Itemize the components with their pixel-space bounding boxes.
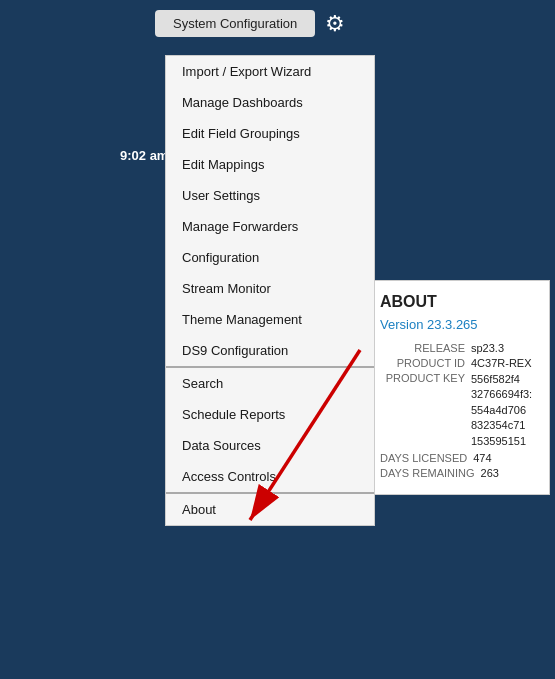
top-bar: System Configuration ⚙ <box>155 10 345 37</box>
menu-section-2: Search Schedule Reports Data Sources Acc… <box>166 368 374 494</box>
about-version: Version 23.3.265 <box>380 317 535 332</box>
about-value-product-id: 4C37R-REX <box>471 357 532 369</box>
menu-item-manage-dashboards[interactable]: Manage Dashboards <box>166 87 374 118</box>
about-value-product-key: 556f582f432766694f3:554a4d706832354c7115… <box>471 372 532 449</box>
about-value-days-licensed: 474 <box>473 452 491 464</box>
about-title: ABOUT <box>380 293 535 311</box>
menu-item-data-sources[interactable]: Data Sources <box>166 430 374 461</box>
menu-item-about[interactable]: About <box>166 494 374 525</box>
menu-item-schedule-reports[interactable]: Schedule Reports <box>166 399 374 430</box>
about-label-days-licensed: DAYS LICENSED <box>380 452 467 464</box>
about-row-product-id: PRODUCT ID 4C37R-REX <box>380 357 535 369</box>
about-value-days-remaining: 263 <box>481 467 499 479</box>
menu-item-manage-forwarders[interactable]: Manage Forwarders <box>166 211 374 242</box>
menu-item-import-export[interactable]: Import / Export Wizard <box>166 56 374 87</box>
about-value-release: sp23.3 <box>471 342 504 354</box>
menu-item-edit-field-groupings[interactable]: Edit Field Groupings <box>166 118 374 149</box>
menu-item-stream-monitor[interactable]: Stream Monitor <box>166 273 374 304</box>
menu-item-search[interactable]: Search <box>166 368 374 399</box>
about-label-release: RELEASE <box>380 342 465 354</box>
about-panel: ABOUT Version 23.3.265 RELEASE sp23.3 PR… <box>365 280 550 495</box>
menu-item-configuration[interactable]: Configuration <box>166 242 374 273</box>
menu-item-access-controls[interactable]: Access Controls <box>166 461 374 492</box>
about-label-product-key: PRODUCT KEY <box>380 372 465 449</box>
menu-section-3: About <box>166 494 374 525</box>
sys-config-button[interactable]: System Configuration <box>155 10 315 37</box>
dropdown-menu: Import / Export Wizard Manage Dashboards… <box>165 55 375 526</box>
menu-item-theme-management[interactable]: Theme Management <box>166 304 374 335</box>
about-row-days-remaining: DAYS REMAINING 263 <box>380 467 535 479</box>
about-row-release: RELEASE sp23.3 <box>380 342 535 354</box>
menu-section-1: Import / Export Wizard Manage Dashboards… <box>166 56 374 368</box>
menu-item-user-settings[interactable]: User Settings <box>166 180 374 211</box>
gear-button[interactable]: ⚙ <box>325 13 345 35</box>
menu-item-ds9-configuration[interactable]: DS9 Configuration <box>166 335 374 366</box>
about-row-product-key: PRODUCT KEY 556f582f432766694f3:554a4d70… <box>380 372 535 449</box>
menu-item-edit-mappings[interactable]: Edit Mappings <box>166 149 374 180</box>
about-label-days-remaining: DAYS REMAINING <box>380 467 475 479</box>
about-row-days-licensed: DAYS LICENSED 474 <box>380 452 535 464</box>
about-label-product-id: PRODUCT ID <box>380 357 465 369</box>
time-display: 9:02 am <box>120 148 168 163</box>
